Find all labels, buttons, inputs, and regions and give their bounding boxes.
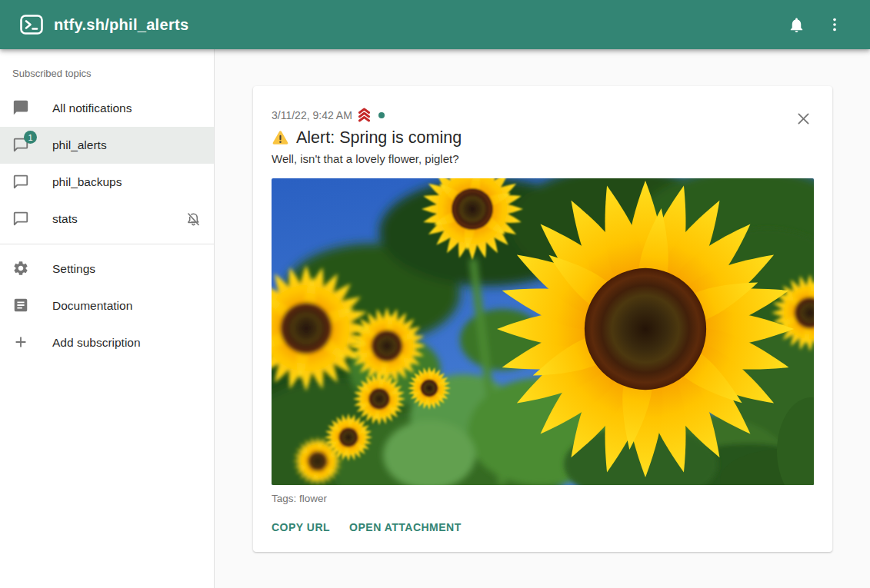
sidebar-item-settings[interactable]: Settings [0,251,214,287]
kebab-menu-icon[interactable] [818,8,852,42]
notification-body: Well, isn't that a lovely flower, piglet… [272,152,814,165]
notification-card: 3/11/22, 9:42 AM Alert: Spring is coming [253,86,832,552]
sidebar-item-phil-alerts[interactable]: 1 phil_alerts [0,127,214,164]
app-bar: ntfy.sh/phil_alerts [0,0,870,49]
notification-tags: Tags: flower [272,493,814,504]
plus-icon [12,334,31,352]
sidebar-item-all-notifications[interactable]: All notifications [0,90,214,127]
sidebar-item-label: Documentation [52,299,132,313]
notification-timestamp: 3/11/22, 9:42 AM [272,109,352,121]
chat-bubble-outline-icon: 1 [12,136,31,154]
open-attachment-button[interactable]: OPEN ATTACHMENT [349,513,462,541]
gear-icon [12,260,31,278]
warning-emoji-icon [272,129,289,147]
article-icon [12,297,31,315]
unread-dot [378,112,385,118]
priority-max-icon [356,107,372,123]
notification-meta: 3/11/22, 9:42 AM [272,107,814,123]
sidebar: Subscribed topics All notifications 1 ph… [0,49,215,588]
sidebar-item-label: stats [52,212,78,226]
sidebar-item-add-subscription[interactable]: Add subscription [0,324,214,361]
content-area: 3/11/22, 9:42 AM Alert: Spring is coming [215,49,870,588]
sidebar-item-label: All notifications [52,101,132,115]
unread-count-badge: 1 [24,131,37,144]
sidebar-item-label: phil_alerts [52,138,107,152]
sidebar-item-label: Add subscription [52,336,141,350]
app-bar-title: ntfy.sh/phil_alerts [54,16,188,34]
attachment-image[interactable] [272,178,814,485]
bell-off-icon [185,211,202,228]
bell-icon[interactable] [779,8,813,42]
copy-url-button[interactable]: COPY URL [272,513,330,541]
sidebar-item-label: Settings [52,262,95,276]
notification-title: Alert: Spring is coming [272,128,814,148]
notification-title-text: Alert: Spring is coming [296,128,462,148]
chat-bubble-filled-icon [12,99,31,118]
sidebar-divider [0,244,214,244]
terminal-icon[interactable] [20,15,43,35]
sidebar-item-label: phil_backups [52,175,122,189]
sidebar-item-phil-backups[interactable]: phil_backups [0,164,214,201]
sidebar-item-stats[interactable]: stats [0,201,214,238]
close-icon[interactable] [791,106,815,131]
subscribed-topics-label: Subscribed topics [0,55,214,90]
card-actions: COPY URL OPEN ATTACHMENT [272,513,814,541]
chat-bubble-outline-icon [12,210,31,228]
chat-bubble-outline-icon [12,173,31,191]
sidebar-item-documentation[interactable]: Documentation [0,287,214,324]
